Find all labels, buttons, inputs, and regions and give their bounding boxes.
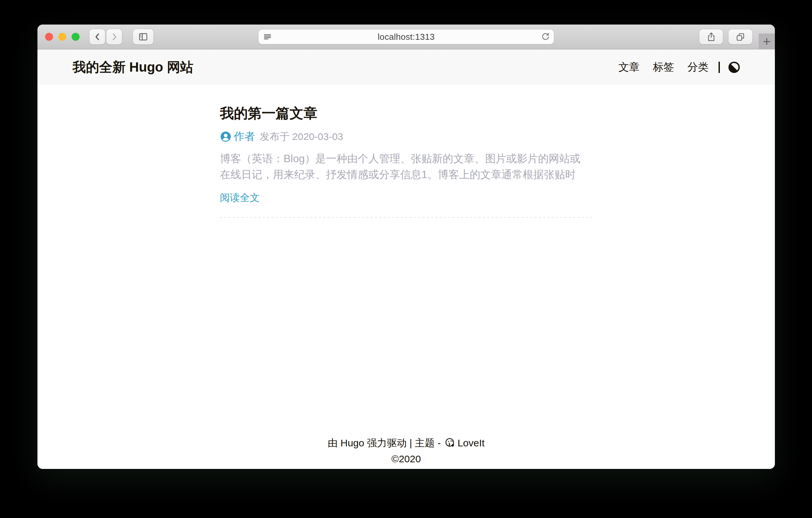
kiss-wink-heart-icon: [445, 437, 455, 448]
browser-window: localhost:1313: [37, 25, 775, 469]
reload-button[interactable]: [541, 32, 551, 42]
chevron-right-icon: [109, 32, 119, 42]
summary-line: 在线日记，用来纪录、抒发情感或分享信息1。博客上的文章通常根据张贴时: [220, 166, 592, 182]
post-summary: 博客（英语：Blog）是一种由个人管理、张贴新的文章、图片或影片的网站或 在线日…: [220, 151, 592, 182]
share-icon: [706, 31, 717, 42]
nav-item-posts[interactable]: 文章: [618, 60, 640, 75]
tab-overview-button[interactable]: [728, 29, 752, 45]
zoom-button[interactable]: [71, 33, 80, 41]
author-link[interactable]: 作者: [234, 129, 255, 144]
post-divider: [220, 217, 592, 218]
plus-icon: +: [763, 35, 771, 48]
footer-theme-link[interactable]: LoveIt: [457, 437, 485, 448]
reader-view-button[interactable]: [262, 32, 272, 42]
tab-overview-icon: [735, 31, 746, 42]
sidebar-toggle-button[interactable]: [133, 29, 153, 45]
footer-powered-row: 由 Hugo 强力驱动 | 主题 - LoveIt: [37, 435, 775, 451]
site-nav: 文章 标签 分类: [605, 60, 741, 75]
nav-divider: [719, 62, 720, 73]
theme-toggle-button[interactable]: [728, 61, 741, 74]
site-footer: 由 Hugo 强力驱动 | 主题 - LoveIt ©2020: [37, 435, 775, 467]
contrast-circle-icon: [728, 61, 741, 74]
forward-button[interactable]: [106, 29, 122, 45]
sidebar-toggle-icon: [138, 31, 149, 43]
read-more-link[interactable]: 阅读全文: [220, 191, 260, 205]
window-controls: [45, 33, 80, 41]
minimize-button[interactable]: [58, 33, 66, 41]
site-title[interactable]: 我的全新 Hugo 网站: [72, 58, 193, 76]
post-summary-card: 我的第一篇文章 作者 发布于 2020-03-03 博客（英语：Blog）是一种…: [220, 85, 592, 218]
post-meta: 作者 发布于 2020-03-03: [220, 129, 592, 144]
author-avatar-icon: [220, 131, 231, 142]
back-button[interactable]: [89, 29, 105, 45]
publish-date: 发布于 2020-03-03: [260, 130, 343, 144]
browser-toolbar: localhost:1313: [37, 25, 775, 49]
address-bar[interactable]: localhost:1313: [259, 29, 554, 44]
post-title-link[interactable]: 我的第一篇文章: [220, 106, 592, 121]
nav-item-tags[interactable]: 标签: [653, 60, 674, 75]
nav-item-categories[interactable]: 分类: [687, 60, 708, 75]
page-content: 我的第一篇文章 作者 发布于 2020-03-03 博客（英语：Blog）是一种…: [37, 85, 775, 469]
summary-line: 博客（英语：Blog）是一种由个人管理、张贴新的文章、图片或影片的网站或: [220, 151, 592, 166]
chevron-left-icon: [92, 32, 103, 42]
new-tab-button[interactable]: +: [759, 33, 775, 49]
share-button[interactable]: [699, 29, 723, 45]
site-header: 我的全新 Hugo 网站 文章 标签 分类: [37, 49, 775, 85]
address-text[interactable]: localhost:1313: [259, 32, 554, 42]
footer-copyright: ©2020: [37, 451, 775, 467]
footer-powered-text: 由 Hugo 强力驱动 | 主题 -: [328, 437, 444, 448]
close-button[interactable]: [45, 33, 53, 41]
